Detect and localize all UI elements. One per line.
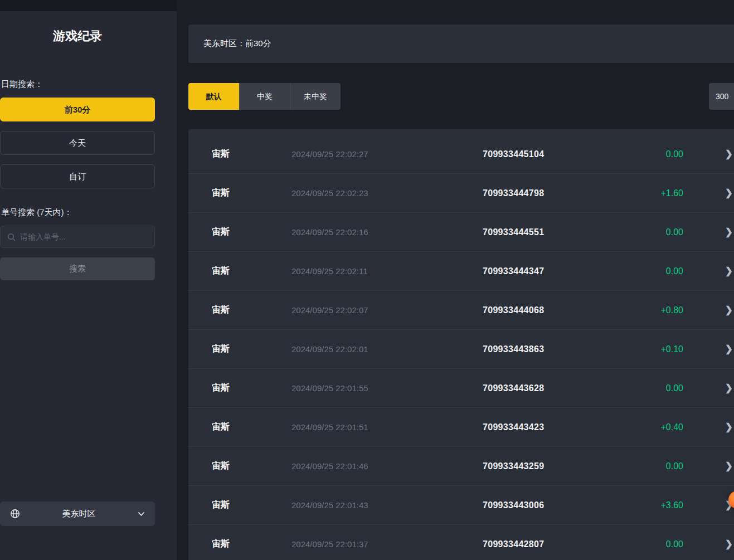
chevron-right-icon: ❯ — [725, 304, 733, 316]
chevron-right-icon: ❯ — [725, 421, 733, 433]
amount: +0.10 — [616, 344, 683, 354]
record-time: 2024/09/25 22:01:51 — [291, 422, 483, 432]
timezone-label: 美东时区 — [20, 509, 138, 519]
order-number: 709933444347 — [483, 266, 616, 276]
amount: 0.00 — [616, 227, 683, 237]
order-number: 709933444798 — [483, 188, 616, 198]
chevron-right-icon: ❯ — [725, 187, 733, 199]
table-row[interactable]: 宙斯 2024/09/25 22:01:51 709933443423 +0.4… — [188, 408, 734, 447]
timezone-selector[interactable]: 美东时区 — [0, 501, 155, 526]
order-number: 709933442807 — [483, 539, 616, 549]
main-content: 美东时区：前30分 默认中奖未中奖 300 宙斯 2024/09/25 22:0… — [177, 0, 734, 560]
game-name: 宙斯 — [212, 187, 291, 199]
sidebar: 游戏纪录 日期搜索： 前30分今天自订 单号搜索 (7天内)： 搜索 美东时区 — [0, 11, 177, 560]
search-button[interactable]: 搜索 — [0, 257, 155, 280]
records-header-title: 美东时区：前30分 — [203, 38, 271, 49]
amount: 0.00 — [616, 149, 683, 159]
search-icon — [7, 233, 16, 241]
game-name: 宙斯 — [212, 460, 291, 472]
order-number: 709933444068 — [483, 305, 616, 315]
table-row[interactable]: 宙斯 2024/09/25 22:01:37 709933442807 0.00… — [188, 525, 734, 560]
filter-tab[interactable]: 中奖 — [239, 83, 290, 110]
records-header: 美东时区：前30分 — [188, 25, 734, 63]
date-search-label: 日期搜索： — [1, 79, 43, 90]
record-time: 2024/09/25 22:02:11 — [291, 266, 483, 276]
game-name: 宙斯 — [212, 538, 291, 550]
table-row[interactable]: 宙斯 2024/09/25 22:02:11 709933444347 0.00… — [188, 252, 734, 291]
order-number: 709933443006 — [483, 500, 616, 510]
date-filter-button[interactable]: 今天 — [0, 131, 155, 155]
amount: +3.60 — [616, 500, 683, 510]
filter-tab[interactable]: 默认 — [188, 83, 239, 110]
game-name: 宙斯 — [212, 499, 291, 511]
table-row[interactable]: 宙斯 2024/09/25 22:02:27 709933445104 0.00… — [188, 135, 734, 174]
record-time: 2024/09/25 22:02:07 — [291, 305, 483, 315]
order-number: 709933443628 — [483, 383, 616, 393]
date-filter-button[interactable]: 自订 — [0, 164, 155, 188]
amount: +0.80 — [616, 305, 683, 315]
amount: 0.00 — [616, 383, 683, 393]
amount: +0.40 — [616, 422, 683, 432]
chevron-right-icon: ❯ — [725, 265, 733, 277]
table-row[interactable]: 宙斯 2024/09/25 22:02:07 709933444068 +0.8… — [188, 291, 734, 330]
order-search-label: 单号搜索 (7天内)： — [1, 207, 72, 218]
table-row[interactable]: 宙斯 2024/09/25 22:01:55 709933443628 0.00… — [188, 369, 734, 408]
order-search-box — [0, 226, 155, 248]
date-filter-button[interactable]: 前30分 — [0, 98, 155, 121]
records-table: 宙斯 2024/09/25 22:02:27 709933445104 0.00… — [188, 129, 734, 560]
game-name: 宙斯 — [212, 226, 291, 238]
amount: 0.00 — [616, 461, 683, 471]
filter-tabs: 默认中奖未中奖 — [188, 83, 341, 110]
chevron-right-icon: ❯ — [725, 538, 733, 550]
record-time: 2024/09/25 22:02:23 — [291, 188, 483, 198]
record-time: 2024/09/25 22:01:43 — [291, 500, 483, 510]
chevron-right-icon: ❯ — [725, 148, 733, 160]
table-row[interactable]: 宙斯 2024/09/25 22:02:16 709933444551 0.00… — [188, 213, 734, 252]
record-time: 2024/09/25 22:02:27 — [291, 149, 483, 159]
amount: 0.00 — [616, 266, 683, 276]
filter-tab[interactable]: 未中奖 — [290, 83, 341, 110]
order-number: 709933443863 — [483, 344, 616, 354]
table-row[interactable]: 宙斯 2024/09/25 22:02:23 709933444798 +1.6… — [188, 174, 734, 213]
amount: +1.60 — [616, 188, 683, 198]
chevron-right-icon: ❯ — [725, 460, 733, 472]
game-name: 宙斯 — [212, 421, 291, 433]
table-row[interactable]: 宙斯 2024/09/25 22:01:46 709933443259 0.00… — [188, 447, 734, 486]
record-time: 2024/09/25 22:02:01 — [291, 344, 483, 354]
game-name: 宙斯 — [212, 265, 291, 277]
order-number: 709933443259 — [483, 461, 616, 471]
amount: 0.00 — [616, 539, 683, 549]
game-name: 宙斯 — [212, 148, 291, 160]
table-row[interactable]: 宙斯 2024/09/25 22:01:43 709933443006 +3.6… — [188, 486, 734, 525]
page-title: 游戏纪录 — [0, 28, 155, 45]
globe-icon — [10, 509, 20, 519]
record-time: 2024/09/25 22:01:55 — [291, 383, 483, 393]
game-name: 宙斯 — [212, 304, 291, 316]
order-number: 709933444551 — [483, 227, 616, 237]
record-time: 2024/09/25 22:01:46 — [291, 461, 483, 471]
record-time: 2024/09/25 22:01:37 — [291, 539, 483, 549]
page-size-select[interactable]: 300 — [709, 83, 734, 110]
record-time: 2024/09/25 22:02:16 — [291, 227, 483, 237]
game-name: 宙斯 — [212, 382, 291, 394]
chevron-right-icon: ❯ — [725, 382, 733, 394]
chevron-right-icon: ❯ — [725, 343, 733, 355]
game-name: 宙斯 — [212, 343, 291, 355]
order-number: 709933443423 — [483, 422, 616, 432]
table-row[interactable]: 宙斯 2024/09/25 22:02:01 709933443863 +0.1… — [188, 330, 734, 369]
date-buttons: 前30分今天自订 — [0, 98, 155, 198]
order-number: 709933445104 — [483, 149, 616, 159]
chevron-down-icon — [138, 512, 145, 517]
chevron-right-icon: ❯ — [725, 226, 733, 238]
order-search-input[interactable] — [20, 232, 148, 241]
